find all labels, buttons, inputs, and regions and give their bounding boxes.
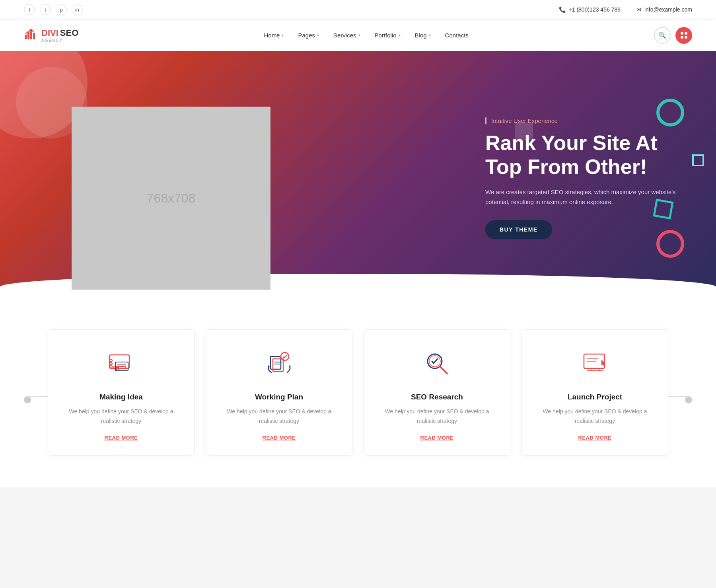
readmore-seo-research[interactable]: READ MORE [377,435,497,441]
service-desc-seo-research: We help you define your SEO & develop a … [377,407,497,426]
email-contact: ✉ info@example.com [636,6,692,13]
hero-section: 768x708 Intuitive User Experience Rank Y… [0,51,716,306]
svg-point-11 [110,362,112,365]
social-links: f t p in [24,4,83,15]
svg-rect-0 [25,35,27,39]
email-icon: ✉ [636,6,641,13]
facebook-icon[interactable]: f [24,4,35,15]
chevron-down-icon: ▾ [282,33,284,37]
nav-portfolio[interactable]: Portfolio ▾ [375,32,401,39]
service-desc-making-idea: We help you define your SEO & develop a … [61,407,181,426]
svg-rect-2 [30,30,32,39]
phone-number: +1 (800)123 456 789 [569,6,621,13]
instagram-icon[interactable]: in [72,4,83,15]
service-title-seo-research: SEO Research [377,393,497,401]
logo-seo: SEO [60,28,78,38]
nav-blog[interactable]: Blog ▾ [415,32,431,39]
hero-title: Rank Your Site At Top From Other! [485,131,692,179]
nav-services[interactable]: Services ▾ [333,32,360,39]
service-title-making-idea: Making Idea [61,393,181,401]
svg-marker-18 [268,365,270,367]
email-address: info@example.com [644,6,692,13]
navbar: DIVI SEO AGENCY Home ▾ Pages ▾ Services … [0,19,716,51]
svg-line-22 [440,366,447,374]
left-dot-decoration [24,396,31,403]
svg-point-12 [110,366,112,368]
search-button[interactable]: 🔍 [654,27,671,44]
pinterest-icon[interactable]: p [56,4,67,15]
svg-marker-19 [289,365,291,367]
phone-contact: 📞 +1 (800)123 456 789 [559,6,621,13]
service-desc-launch-project: We help you define your SEO & develop a … [535,407,655,426]
svg-rect-3 [33,33,35,39]
chevron-down-icon: ▾ [317,33,319,37]
right-dot-decoration [685,396,692,403]
twitter-icon[interactable]: t [40,4,51,15]
contact-info: 📞 +1 (800)123 456 789 ✉ info@example.com [559,6,692,13]
blue-square-shape [692,154,704,166]
service-card-seo-research: SEO Research We help you define your SEO… [364,329,510,456]
service-card-launch-project: Launch Project We help you define your S… [521,329,668,456]
service-card-making-idea: Making Idea We help you define your SEO … [48,329,195,456]
svg-point-17 [281,352,289,360]
services-grid: Making Idea We help you define your SEO … [48,329,668,456]
nav-home[interactable]: Home ▾ [264,32,284,39]
seo-research-icon [419,346,455,382]
phone-icon: 📞 [559,6,566,13]
logo[interactable]: DIVI SEO AGENCY [24,27,78,44]
hero-subtitle: Intuitive User Experience [485,117,692,124]
readmore-making-idea[interactable]: READ MORE [61,435,181,441]
hero-image: 768x708 [72,107,270,290]
logo-agency: AGENCY [41,38,78,43]
service-desc-working-plan: We help you define your SEO & develop a … [219,407,339,426]
chevron-down-icon: ▾ [399,33,401,37]
logo-text-block: DIVI SEO AGENCY [41,28,78,43]
chevron-down-icon: ▾ [429,33,431,37]
svg-rect-1 [27,32,29,39]
buy-theme-button[interactable]: BUY THEME [485,220,552,239]
svg-point-10 [110,359,112,362]
logo-divi: DIVI [41,28,58,38]
readmore-launch-project[interactable]: READ MORE [535,435,655,441]
readmore-working-plan[interactable]: READ MORE [219,435,339,441]
nav-pages[interactable]: Pages ▾ [298,32,319,39]
nav-actions: 🔍 [654,27,692,44]
working-plan-icon [261,346,297,382]
nav-contacts[interactable]: Contacts [445,32,469,39]
service-card-working-plan: Working Plan We help you define your SEO… [206,329,352,456]
service-title-launch-project: Launch Project [535,393,655,401]
nav-links: Home ▾ Pages ▾ Services ▾ Portfolio ▾ Bl… [264,32,468,39]
launch-project-icon [577,346,613,382]
topbar: f t p in 📞 +1 (800)123 456 789 ✉ info@ex… [0,0,716,19]
hero-description: We are creates targeted SEO strategies, … [485,187,692,207]
chevron-down-icon: ▾ [358,33,360,37]
menu-button[interactable] [675,27,692,44]
services-section: Making Idea We help you define your SEO … [0,306,716,487]
grid-icon [680,31,688,39]
making-idea-icon [103,346,139,382]
service-title-working-plan: Working Plan [219,393,339,401]
logo-icon [24,27,38,44]
hero-content: Intuitive User Experience Rank Your Site… [485,117,692,239]
